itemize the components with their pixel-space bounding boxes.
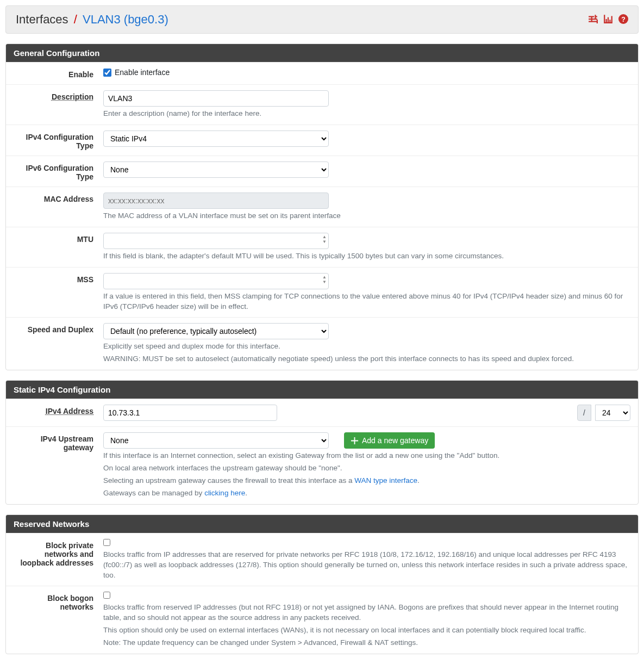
plus-icon	[351, 437, 359, 445]
ipv6type-select[interactable]: None	[103, 162, 329, 178]
mss-spinner[interactable]: ▲▼	[322, 275, 327, 284]
help-mac: The MAC address of a VLAN interface must…	[103, 211, 630, 221]
speed-select[interactable]: Default (no preference, typically autose…	[103, 323, 329, 339]
sliders-icon[interactable]	[588, 14, 598, 26]
blockbogon-checkbox[interactable]	[103, 592, 110, 599]
label-ipv6type: IPv6 Configuration Type	[14, 162, 103, 181]
label-mtu: MTU	[14, 233, 103, 262]
help-gw3: Selecting an upstream gateway causes the…	[103, 476, 630, 486]
help-blockpriv: Blocks traffic from IP addresses that ar…	[103, 550, 630, 581]
label-description: Description	[14, 90, 103, 119]
add-gateway-label: Add a new gateway	[362, 436, 428, 445]
help-blockbogon2: This option should only be used on exter…	[103, 625, 630, 636]
enable-checkbox[interactable]	[103, 69, 111, 77]
chart-icon[interactable]	[603, 14, 613, 26]
breadcrumb-root: Interfaces	[16, 13, 68, 26]
mtu-spinner[interactable]: ▲▼	[322, 234, 327, 244]
label-enable: Enable	[14, 68, 103, 79]
help-mss: If a value is entered in this field, the…	[103, 291, 630, 312]
label-ipv4type: IPv4 Configuration Type	[14, 131, 103, 150]
cidr-select[interactable]: 24	[595, 405, 630, 421]
label-mac: MAC Address	[14, 193, 103, 221]
label-speed: Speed and Duplex	[14, 323, 103, 364]
ipv4addr-input[interactable]	[103, 405, 277, 421]
breadcrumb-leaf[interactable]: VLAN3 (bge0.3)	[83, 13, 168, 26]
label-ipv4addr: IPv4 Address	[14, 405, 103, 421]
svg-text:?: ?	[621, 15, 626, 23]
help-blockbogon3: Note: The update frequency can be change…	[103, 638, 630, 648]
header-icons: ?	[588, 14, 628, 26]
description-input[interactable]	[103, 90, 329, 107]
cidr-slash: /	[577, 405, 591, 421]
panel-static-ipv4: Static IPv4 Configuration IPv4 Address /…	[5, 380, 639, 505]
help-speed2: WARNING: MUST be set to autoselect (auto…	[103, 354, 630, 364]
mac-input	[103, 193, 329, 209]
help-speed1: Explicitly set speed and duplex mode for…	[103, 342, 630, 352]
add-gateway-button[interactable]: Add a new gateway	[344, 432, 435, 449]
breadcrumb: Interfaces / VLAN3 (bge0.3)	[16, 13, 168, 27]
breadcrumb-sep: /	[74, 13, 77, 26]
ipv4type-select[interactable]: Static IPv4	[103, 131, 329, 147]
help-gw2: On local area network interfaces the ups…	[103, 463, 630, 474]
help-blockbogon1: Blocks traffic from reserved IP addresse…	[103, 603, 630, 623]
mss-input[interactable]	[103, 273, 329, 289]
section-header-reserved: Reserved Networks	[6, 515, 638, 533]
mtu-input[interactable]	[103, 233, 329, 249]
help-mtu: If this field is blank, the adapter's de…	[103, 251, 630, 262]
help-icon[interactable]: ?	[618, 14, 628, 26]
label-blockpriv: Block private networks and loopback addr…	[14, 539, 103, 581]
page-header: Interfaces / VLAN3 (bge0.3) ?	[5, 5, 639, 34]
gateway-select[interactable]: None	[103, 432, 329, 449]
panel-general: General Configuration Enable Enable inte…	[5, 44, 639, 370]
enable-text: Enable interface	[115, 68, 170, 77]
panel-reserved: Reserved Networks Block private networks…	[5, 514, 639, 654]
wan-link[interactable]: WAN type interface	[354, 476, 417, 485]
section-header-general: General Configuration	[6, 44, 638, 62]
blockpriv-checkbox[interactable]	[103, 539, 110, 546]
section-header-static-ipv4: Static IPv4 Configuration	[6, 381, 638, 399]
enable-checkbox-line[interactable]: Enable interface	[103, 68, 630, 77]
gateways-link[interactable]: clicking here	[204, 489, 245, 497]
label-gateway: IPv4 Upstream gateway	[14, 432, 103, 499]
help-gw4: Gateways can be managed by clicking here…	[103, 488, 630, 499]
help-gw1: If this interface is an Internet connect…	[103, 451, 630, 461]
label-blockbogon: Block bogon networks	[14, 592, 103, 648]
help-description: Enter a description (name) for the inter…	[103, 109, 630, 119]
label-mss: MSS	[14, 273, 103, 312]
